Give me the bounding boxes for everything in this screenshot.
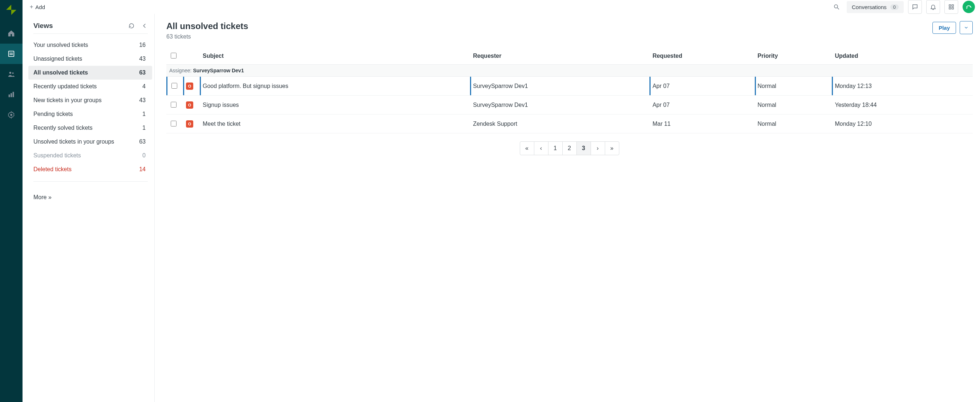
svg-rect-13 <box>949 5 951 6</box>
divider <box>33 34 148 34</box>
nav-home[interactable] <box>0 23 22 44</box>
row-checkbox[interactable] <box>171 121 177 126</box>
svg-point-6 <box>12 72 14 74</box>
brand-logo[interactable] <box>0 3 22 17</box>
sidebar-item[interactable]: Pending tickets1 <box>28 107 152 121</box>
sidebar-item-label: New tickets in your groups <box>33 97 102 104</box>
sidebar-item[interactable]: Your unsolved tickets16 <box>28 38 152 52</box>
refresh-icon <box>128 22 135 29</box>
cell-requester: Zendesk Support <box>470 115 649 133</box>
cell-requested: Apr 07 <box>649 96 754 115</box>
ticket-row[interactable]: OMeet the ticketZendesk SupportMar 11Nor… <box>166 115 973 133</box>
status-badge-open: O <box>186 83 193 90</box>
page-1[interactable]: 1 <box>548 141 563 155</box>
sidebar-item[interactable]: New tickets in your groups43 <box>28 93 152 107</box>
cell-subject: Good platform. But signup issues <box>200 77 470 96</box>
sidebar-item[interactable]: Suspended tickets0 <box>28 149 152 163</box>
ticket-count: 63 tickets <box>166 34 248 40</box>
status-badge-open: O <box>186 101 193 108</box>
ticket-row[interactable]: OGood platform. But signup issuesSurveyS… <box>166 77 973 96</box>
sidebar-item[interactable]: Recently solved tickets1 <box>28 121 152 135</box>
sidebar-item-label: Your unsolved tickets <box>33 42 88 48</box>
nav-customers[interactable] <box>0 64 22 85</box>
row-checkbox[interactable] <box>172 83 177 89</box>
tickets-table: Subject Requester Requested Priority Upd… <box>166 47 973 133</box>
cell-requester: SurveySparrow Dev1 <box>470 77 649 96</box>
sidebar-item-count: 16 <box>139 42 148 48</box>
cell-subject: Meet the ticket <box>200 115 470 133</box>
notifications-button[interactable] <box>926 0 940 14</box>
group-row: Assignee: SurveySparrow Dev1 <box>166 65 973 77</box>
conversations-label: Conversations <box>852 4 887 10</box>
sidebar-item[interactable]: Deleted tickets14 <box>28 163 152 176</box>
play-button[interactable]: Play <box>932 22 956 34</box>
cell-subject: Signup issues <box>200 96 470 115</box>
cell-updated: Monday 12:13 <box>832 77 973 96</box>
sidebar-item[interactable]: All unsolved tickets63 <box>28 66 152 80</box>
cell-priority: Normal <box>755 115 832 133</box>
col-requester[interactable]: Requester <box>470 47 649 65</box>
sidebar-item-label: Recently updated tickets <box>33 83 97 90</box>
page-last[interactable]: » <box>605 141 619 155</box>
views-list: Your unsolved tickets16Unassigned ticket… <box>33 38 148 176</box>
ticket-row[interactable]: OSignup issuesSurveySparrow Dev1Apr 07No… <box>166 96 973 115</box>
more-views-link[interactable]: More » <box>33 194 52 201</box>
add-button[interactable]: + Add <box>28 2 47 12</box>
sidebar-item-label: Unassigned tickets <box>33 56 82 62</box>
status-badge-open: O <box>186 120 193 128</box>
sidebar-item-count: 0 <box>142 152 148 159</box>
gear-icon <box>7 111 15 119</box>
sidebar-item-label: Unsolved tickets in your groups <box>33 139 114 145</box>
sidebar-item-label: Suspended tickets <box>33 152 81 159</box>
bell-icon <box>930 4 936 10</box>
search-button[interactable] <box>831 0 842 14</box>
svg-point-5 <box>10 72 12 74</box>
topbar: + Add Conversations 0 <box>22 0 980 14</box>
row-checkbox[interactable] <box>171 102 177 108</box>
page-first[interactable]: « <box>520 141 534 155</box>
add-label: Add <box>35 4 45 10</box>
page-3[interactable]: 3 <box>576 141 591 155</box>
sidebar-item-count: 63 <box>139 69 148 76</box>
sidebar-item-count: 63 <box>139 139 148 145</box>
views-panel: Views Your unsolved tickets16Unassigned … <box>22 14 155 402</box>
svg-rect-14 <box>952 5 954 6</box>
collapse-views-button[interactable] <box>141 22 148 29</box>
sidebar-item[interactable]: Unassigned tickets43 <box>28 52 152 66</box>
group-label: Assignee: <box>169 68 191 73</box>
sidebar-item-count: 14 <box>139 166 148 173</box>
select-all-checkbox[interactable] <box>171 53 177 59</box>
page-2[interactable]: 2 <box>562 141 577 155</box>
apps-button[interactable] <box>944 0 958 14</box>
sidebar-item-label: Recently solved tickets <box>33 124 92 131</box>
chevron-down-icon <box>964 25 969 30</box>
nav-views[interactable] <box>0 44 22 64</box>
col-subject[interactable]: Subject <box>200 47 470 65</box>
sidebar-item-count: 4 <box>142 83 148 90</box>
svg-rect-2 <box>9 51 14 57</box>
cell-updated: Monday 12:10 <box>832 115 973 133</box>
nav-admin[interactable] <box>0 105 22 125</box>
sidebar-item[interactable]: Recently updated tickets4 <box>28 80 152 93</box>
conversations-button[interactable]: Conversations 0 <box>847 1 904 13</box>
page-prev[interactable]: ‹ <box>534 141 549 155</box>
col-priority[interactable]: Priority <box>755 47 832 65</box>
sidebar-item[interactable]: Unsolved tickets in your groups63 <box>28 135 152 149</box>
play-dropdown[interactable] <box>960 21 973 34</box>
nav-reports[interactable] <box>0 85 22 105</box>
avatar[interactable] <box>963 1 975 13</box>
sidebar-item-count: 43 <box>139 97 148 104</box>
refresh-views-button[interactable] <box>128 22 135 29</box>
cell-requested: Apr 07 <box>649 77 754 96</box>
avatar-icon <box>965 3 972 11</box>
col-updated[interactable]: Updated <box>832 47 973 65</box>
cell-updated: Yesterday 18:44 <box>832 96 973 115</box>
page-next[interactable]: › <box>590 141 605 155</box>
divider <box>33 181 148 182</box>
col-requested[interactable]: Requested <box>649 47 754 65</box>
chat-button[interactable] <box>908 0 922 14</box>
views-title: Views <box>33 22 53 30</box>
sidebar-item-label: All unsolved tickets <box>33 69 88 76</box>
sidebar-item-label: Deleted tickets <box>33 166 72 173</box>
tickets-area: All unsolved tickets 63 tickets Play Sub… <box>155 14 980 402</box>
